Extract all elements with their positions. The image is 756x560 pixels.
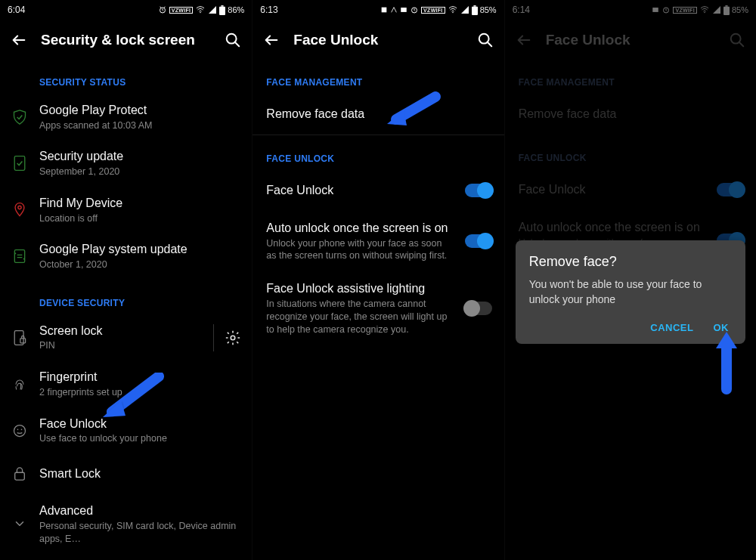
- row-fingerprint[interactable]: Fingerprint 2 fingerprints set up: [0, 360, 252, 407]
- lock-icon: [11, 466, 29, 482]
- row-sub: 2 fingerprints set up: [39, 386, 241, 399]
- toggle-auto-unlock[interactable]: [465, 234, 492, 248]
- toggle-face-unlock[interactable]: [465, 184, 492, 197]
- fingerprint-icon: [11, 376, 29, 392]
- row-sub: September 1, 2020: [39, 166, 241, 178]
- section-face-unlock: FACE UNLOCK: [253, 135, 503, 170]
- signal-icon: [208, 5, 217, 14]
- status-time: 6:04: [8, 5, 25, 15]
- notification-icon: [380, 6, 388, 14]
- face-icon: [11, 423, 29, 438]
- svg-line-24: [487, 42, 491, 47]
- svg-rect-6: [14, 156, 25, 171]
- svg-rect-21: [473, 5, 476, 7]
- row-sub: In situations where the camera cannot re…: [266, 298, 449, 336]
- alarm-icon: [158, 5, 167, 14]
- svg-rect-3: [219, 6, 225, 14]
- page-title: Security & lock screen: [41, 32, 211, 48]
- status-battery: 85%: [480, 5, 497, 14]
- alarm-icon: [410, 5, 419, 14]
- row-title: Advanced: [39, 503, 241, 519]
- row-title: Security update: [39, 148, 241, 165]
- row-remove-face-data[interactable]: Remove face data: [253, 94, 503, 135]
- row-title: Face Unlock: [266, 182, 449, 199]
- signal-icon: [460, 5, 469, 14]
- status-battery: 86%: [228, 5, 244, 14]
- toggle-assistive-lighting[interactable]: [465, 302, 492, 315]
- row-sub: PIN: [39, 339, 192, 352]
- row-title: Auto unlock once the screen is on: [266, 220, 449, 237]
- dialog-title: Remove face?: [529, 254, 732, 270]
- svg-point-1: [200, 12, 202, 14]
- location-off-icon: [11, 202, 29, 218]
- svg-point-11: [231, 336, 236, 340]
- phone-check-icon: [11, 155, 29, 172]
- section-face-management: FACE MANAGEMENT: [253, 59, 503, 94]
- status-icons: VZWIFI 85%: [380, 5, 497, 15]
- svg-rect-8: [14, 250, 24, 263]
- row-sub: Location is off: [39, 212, 241, 225]
- svg-point-14: [21, 429, 23, 430]
- svg-point-7: [18, 206, 21, 209]
- screen-lock-settings-button[interactable]: [225, 330, 241, 346]
- notification-icon: [390, 6, 398, 14]
- row-face-unlock[interactable]: Face Unlock Use face to unlock your phon…: [0, 407, 252, 453]
- header: Face Unlock: [253, 20, 503, 59]
- row-system-update[interactable]: Google Play system update October 1, 202…: [0, 233, 252, 279]
- vzwifi-badge: VZWIFI: [169, 7, 194, 14]
- svg-rect-17: [382, 8, 387, 13]
- divider: [213, 324, 214, 351]
- svg-rect-15: [15, 472, 25, 480]
- vzwifi-badge: VZWIFI: [421, 7, 445, 14]
- row-title: Fingerprint: [39, 369, 241, 385]
- search-button[interactable]: [477, 32, 494, 48]
- shield-check-icon: [11, 109, 29, 125]
- svg-rect-2: [222, 5, 224, 7]
- row-sub: Unlock your phone with your face as soon…: [266, 237, 449, 263]
- row-screen-lock[interactable]: Screen lock PIN: [0, 314, 252, 360]
- row-title: Face Unlock assistive lighting: [266, 280, 449, 297]
- row-advanced[interactable]: Advanced Personal security, SIM card loc…: [0, 494, 252, 553]
- dialog-message: You won't be able to use your face to un…: [529, 277, 732, 307]
- section-device-security: DEVICE SECURITY: [0, 280, 252, 314]
- system-update-icon: [11, 248, 29, 265]
- status-bar: 6:04 VZWIFI 86%: [0, 0, 252, 20]
- wifi-icon: [448, 5, 458, 14]
- row-title: Google Play Protect: [39, 102, 241, 119]
- dialog-ok-button[interactable]: OK: [713, 322, 729, 333]
- section-security-status: SECURITY STATUS: [0, 59, 252, 94]
- row-security-update[interactable]: Security update September 1, 2020: [0, 140, 252, 186]
- row-play-protect[interactable]: Google Play Protect Apps scanned at 10:0…: [0, 94, 252, 140]
- status-bar: 6:13 VZWIFI 85%: [253, 0, 503, 20]
- screen-face-unlock-dialog: 6:14 VZWIFI 85% Face Unlock FACE MANAGEM…: [504, 0, 756, 560]
- svg-line-5: [235, 42, 240, 47]
- page-title: Face Unlock: [293, 32, 463, 48]
- row-title: Smart Lock: [39, 466, 241, 482]
- screen-face-unlock: 6:13 VZWIFI 85% Face Unlock FACE MANAGEM…: [252, 0, 503, 560]
- screen-security-settings: 6:04 VZWIFI 86% Security & lock screen S…: [0, 0, 252, 560]
- svg-point-13: [17, 429, 19, 430]
- row-sub: Apps scanned at 10:03 AM: [39, 119, 241, 132]
- row-assistive-lighting[interactable]: Face Unlock assistive lighting In situat…: [253, 271, 503, 345]
- row-auto-unlock[interactable]: Auto unlock once the screen is on Unlock…: [253, 211, 503, 271]
- wifi-icon: [195, 5, 206, 14]
- svg-point-12: [14, 425, 26, 436]
- status-time: 6:13: [260, 5, 277, 15]
- back-button[interactable]: [263, 32, 280, 48]
- row-find-my-device[interactable]: Find My Device Location is off: [0, 187, 252, 233]
- row-title: Google Play system update: [39, 241, 241, 258]
- row-smart-lock[interactable]: Smart Lock: [0, 453, 252, 494]
- dialog-cancel-button[interactable]: CANCEL: [650, 322, 693, 333]
- svg-rect-18: [401, 8, 407, 12]
- row-sub: October 1, 2020: [39, 258, 241, 271]
- status-icons: VZWIFI 86%: [158, 5, 245, 15]
- chevron-down-icon: [11, 517, 29, 531]
- notification-icon: [400, 6, 407, 14]
- back-button[interactable]: [11, 32, 27, 48]
- search-button[interactable]: [225, 32, 241, 48]
- row-sub: Use face to unlock your phone: [39, 432, 241, 445]
- row-title: Remove face data: [266, 106, 487, 122]
- row-face-unlock-toggle[interactable]: Face Unlock: [253, 170, 503, 211]
- battery-icon: [219, 5, 225, 15]
- remove-face-dialog: Remove face? You won't be able to use yo…: [516, 240, 745, 344]
